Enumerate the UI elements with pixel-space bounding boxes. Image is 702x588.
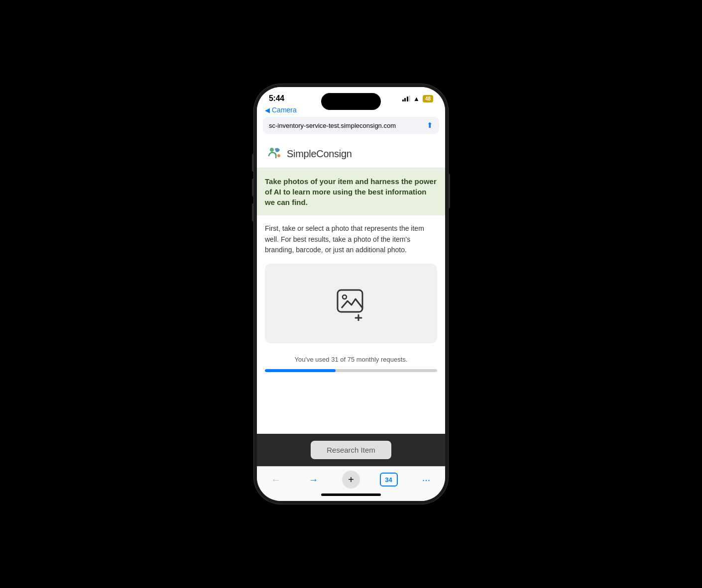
phone-device: 5:44 ▲ 48 ◀ Camera sc-inventory-service-…	[254, 84, 448, 504]
add-photo-icon[interactable]	[334, 286, 368, 321]
svg-point-3	[343, 295, 347, 299]
forward-button[interactable]: →	[305, 471, 323, 489]
status-icons: ▲ 48	[402, 95, 434, 102]
phone-screen: 5:44 ▲ 48 ◀ Camera sc-inventory-service-…	[257, 87, 445, 501]
instruction-text: First, take or select a photo that repre…	[265, 223, 437, 256]
svg-rect-2	[338, 290, 362, 312]
research-item-button[interactable]: Research Item	[311, 441, 391, 459]
signal-icon	[402, 96, 411, 101]
home-indicator-area	[257, 490, 445, 501]
back-label[interactable]: Camera	[272, 106, 297, 114]
safari-toolbar: ← → + 34 ···	[257, 466, 445, 490]
svg-point-0	[270, 148, 274, 152]
dynamic-island	[321, 93, 381, 110]
tab-count-button[interactable]: 34	[380, 473, 398, 487]
svg-point-1	[277, 154, 280, 157]
progress-bar	[265, 369, 437, 372]
simpleconsign-logo-icon	[265, 145, 283, 163]
address-bar[interactable]: sc-inventory-service-test.simpleconsign.…	[263, 117, 439, 134]
hero-text: Take photos of your item and harness the…	[265, 176, 437, 207]
progress-fill	[265, 369, 336, 372]
web-content: SimpleConsign Take photos of your item a…	[257, 138, 445, 434]
battery-badge: 48	[423, 95, 433, 102]
status-time: 5:44	[269, 94, 284, 103]
action-bar: Research Item	[257, 434, 445, 466]
logo-area: SimpleConsign	[257, 138, 445, 168]
share-icon[interactable]: ⬆	[427, 121, 433, 130]
wifi-icon: ▲	[413, 95, 420, 102]
url-text: sc-inventory-service-test.simpleconsign.…	[269, 122, 423, 129]
usage-section: You've used 31 of 75 monthly requests.	[257, 351, 445, 380]
new-tab-button[interactable]: +	[342, 471, 360, 489]
usage-text: You've used 31 of 75 monthly requests.	[265, 355, 437, 364]
more-button[interactable]: ···	[417, 471, 435, 489]
hero-banner: Take photos of your item and harness the…	[257, 168, 445, 215]
instruction-area: First, take or select a photo that repre…	[257, 215, 445, 256]
logo-text: SimpleConsign	[287, 148, 352, 160]
photo-upload-area[interactable]	[265, 264, 437, 343]
back-arrow-icon: ◀	[265, 106, 270, 114]
status-bar: 5:44 ▲ 48	[257, 87, 445, 105]
back-button[interactable]: ←	[267, 471, 285, 489]
home-indicator-bar	[321, 493, 381, 496]
